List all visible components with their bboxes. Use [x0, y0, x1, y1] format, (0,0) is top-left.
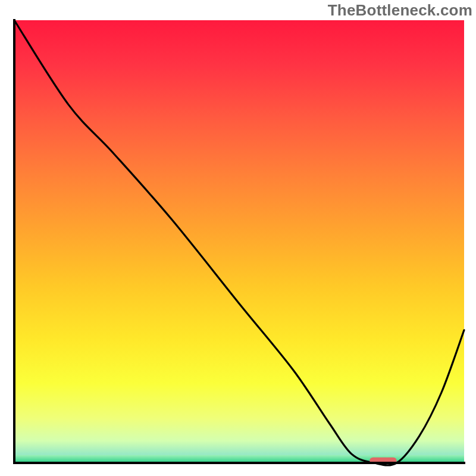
watermark-text: TheBottleneck.com	[328, 1, 472, 20]
green-band	[14, 455, 464, 463]
chart-container: TheBottleneck.com	[0, 0, 476, 476]
chart-svg	[0, 0, 476, 476]
gradient-background	[14, 20, 464, 463]
plot-area	[13, 19, 465, 465]
